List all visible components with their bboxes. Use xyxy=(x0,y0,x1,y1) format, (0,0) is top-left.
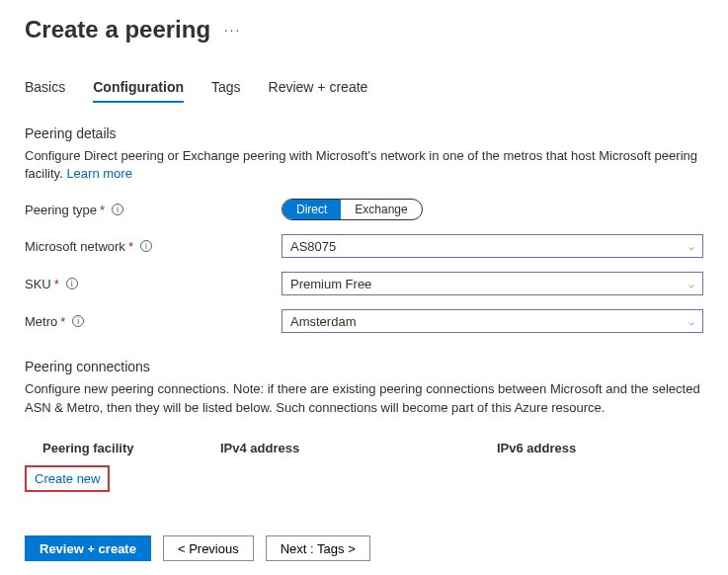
footer: Review + create < Previous Next : Tags > xyxy=(25,535,370,561)
tab-tags[interactable]: Tags xyxy=(211,79,241,103)
label-peering-type: Peering type * i xyxy=(25,203,282,217)
peering-details-text: Configure Direct peering or Exchange pee… xyxy=(25,147,703,183)
chevron-down-icon: ⌵ xyxy=(688,241,694,252)
label-sku: SKU * i xyxy=(25,277,282,291)
control-ms-network: AS8075 ⌵ xyxy=(282,234,703,258)
required-marker: * xyxy=(54,277,59,291)
previous-button[interactable]: < Previous xyxy=(163,535,254,561)
row-peering-type: Peering type * i Direct Exchange xyxy=(25,199,703,220)
metro-value: Amsterdam xyxy=(290,314,356,329)
required-marker: * xyxy=(60,314,65,329)
info-icon[interactable]: i xyxy=(72,315,84,327)
toggle-direct[interactable]: Direct xyxy=(283,200,341,219)
peering-type-toggle: Direct Exchange xyxy=(282,199,423,220)
col-ipv4-address: IPv4 address xyxy=(220,441,497,455)
ms-network-select[interactable]: AS8075 ⌵ xyxy=(282,234,703,258)
sku-select[interactable]: Premium Free ⌵ xyxy=(282,272,703,295)
ms-network-value: AS8075 xyxy=(290,239,336,254)
label-ms-network-text: Microsoft network xyxy=(25,239,125,254)
toggle-exchange[interactable]: Exchange xyxy=(341,200,421,219)
metro-select[interactable]: Amsterdam ⌵ xyxy=(282,309,703,333)
required-marker: * xyxy=(100,203,105,217)
next-button[interactable]: Next : Tags > xyxy=(266,535,370,561)
connections-text: Configure new peering connections. Note:… xyxy=(25,380,703,416)
sku-value: Premium Free xyxy=(290,277,371,291)
info-icon[interactable]: i xyxy=(140,240,152,252)
more-icon[interactable]: ··· xyxy=(224,22,242,38)
row-ms-network: Microsoft network * i AS8075 ⌵ xyxy=(25,234,703,258)
connections-heading: Peering connections xyxy=(25,359,703,374)
control-peering-type: Direct Exchange xyxy=(282,199,703,220)
required-marker: * xyxy=(128,239,133,254)
connections-table-header: Peering facility IPv4 address IPv6 addre… xyxy=(25,441,703,455)
info-icon[interactable]: i xyxy=(66,278,78,289)
tabs: Basics Configuration Tags Review + creat… xyxy=(25,79,703,104)
control-sku: Premium Free ⌵ xyxy=(282,272,703,295)
chevron-down-icon: ⌵ xyxy=(688,316,694,327)
create-new-wrap: Create new xyxy=(25,465,703,492)
peering-details-heading: Peering details xyxy=(25,125,703,141)
review-create-button[interactable]: Review + create xyxy=(25,535,151,561)
row-metro: Metro * i Amsterdam ⌵ xyxy=(25,309,703,333)
learn-more-link[interactable]: Learn more xyxy=(66,166,131,181)
tab-configuration[interactable]: Configuration xyxy=(93,79,184,103)
chevron-down-icon: ⌵ xyxy=(688,279,694,289)
label-metro-text: Metro xyxy=(25,314,57,329)
col-ipv6-address: IPv6 address xyxy=(497,441,703,455)
col-peering-facility: Peering facility xyxy=(42,441,220,455)
create-new-link[interactable]: Create new xyxy=(25,465,110,492)
info-icon[interactable]: i xyxy=(112,204,123,215)
label-peering-type-text: Peering type xyxy=(25,203,97,217)
control-metro: Amsterdam ⌵ xyxy=(282,309,703,333)
row-sku: SKU * i Premium Free ⌵ xyxy=(25,272,703,295)
label-sku-text: SKU xyxy=(25,277,51,291)
tab-review-create[interactable]: Review + create xyxy=(269,79,368,103)
page-title: Create a peering xyxy=(25,16,210,43)
label-metro: Metro * i xyxy=(25,314,282,329)
label-ms-network: Microsoft network * i xyxy=(25,239,282,254)
form-area: Peering type * i Direct Exchange Microso… xyxy=(25,199,703,333)
tab-basics[interactable]: Basics xyxy=(25,79,65,103)
